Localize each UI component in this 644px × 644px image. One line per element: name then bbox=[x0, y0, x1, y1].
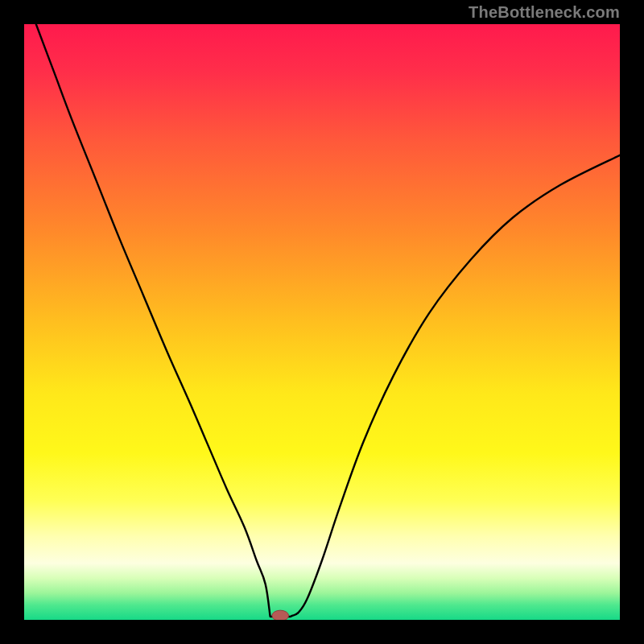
watermark-text: TheBottleneck.com bbox=[469, 3, 620, 22]
bottleneck-marker bbox=[272, 610, 289, 620]
bottleneck-chart bbox=[24, 24, 620, 620]
gradient-background bbox=[24, 24, 620, 620]
plot-area bbox=[24, 24, 620, 620]
chart-frame: TheBottleneck.com bbox=[0, 0, 644, 644]
